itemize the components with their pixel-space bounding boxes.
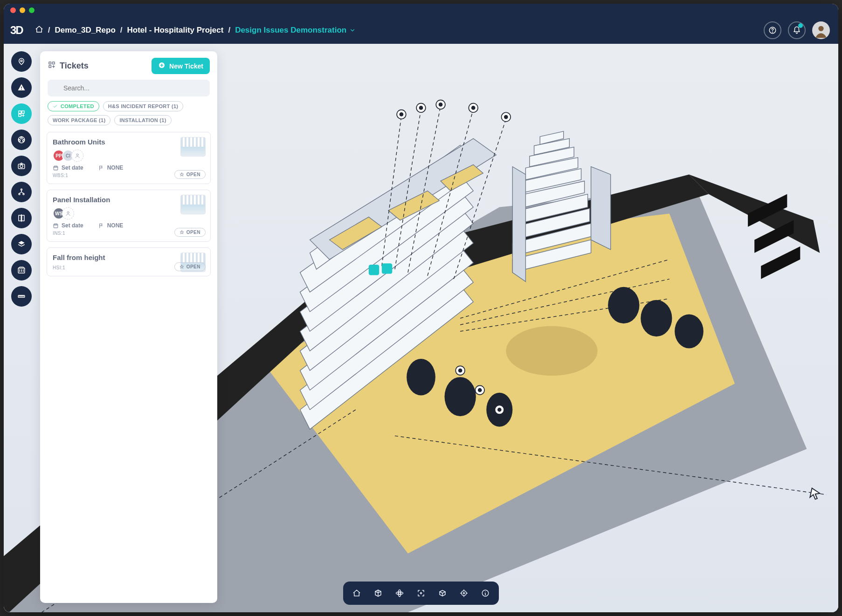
filter-chip[interactable]: INSTALLATION (1) [114, 115, 171, 125]
soccer-icon[interactable] [11, 130, 32, 150]
svg-point-68 [498, 408, 501, 411]
svg-rect-75 [22, 111, 24, 113]
section-icon[interactable] [438, 589, 447, 597]
svg-marker-36 [512, 167, 525, 282]
svg-point-54 [400, 113, 403, 116]
svg-point-62 [504, 116, 508, 119]
ticket-date[interactable]: Set date [53, 222, 83, 229]
info-icon[interactable] [481, 589, 490, 597]
window-titlebar [4, 4, 838, 17]
user-avatar[interactable] [812, 21, 830, 39]
orbit-icon[interactable] [395, 589, 404, 597]
filter-chip-label: H&S INCIDENT REPORT (1) [108, 103, 179, 109]
svg-point-60 [472, 106, 475, 110]
add-assignee-icon[interactable] [71, 150, 83, 162]
issues-icon[interactable] [11, 77, 32, 98]
svg-point-96 [399, 592, 401, 595]
sequences-icon[interactable] [11, 260, 32, 281]
tickets-panel: Tickets New Ticket COMPLETEDH&S INC [40, 51, 217, 603]
ticket-priority[interactable]: NONE [98, 164, 124, 171]
svg-rect-74 [19, 111, 21, 113]
svg-point-40 [608, 287, 639, 324]
breadcrumb: / Demo_3D_Repo / Hotel - Hospitality Pro… [35, 25, 356, 36]
filter-chip[interactable]: COMPLETED [48, 101, 99, 111]
panel-title-label: Tickets [60, 61, 89, 71]
new-ticket-button[interactable]: New Ticket [152, 58, 210, 74]
svg-point-41 [641, 300, 672, 337]
home-icon[interactable] [35, 25, 43, 36]
bottom-toolbar [343, 582, 499, 605]
breadcrumb-item[interactable]: Demo_3D_Repo [55, 26, 115, 35]
plus-circle-icon [158, 62, 166, 70]
svg-rect-93 [54, 166, 58, 170]
svg-rect-73 [21, 89, 22, 90]
breadcrumb-item[interactable]: Hotel - Hospitality Project [127, 26, 224, 35]
help-button[interactable] [764, 21, 781, 39]
filter-chip[interactable]: H&S INCIDENT REPORT (1) [103, 101, 184, 111]
svg-point-94 [67, 212, 69, 213]
panel-title: Tickets [48, 61, 89, 71]
svg-point-71 [21, 60, 22, 62]
ticket-date[interactable]: Set date [53, 164, 83, 171]
svg-rect-87 [49, 62, 51, 64]
svg-point-92 [76, 154, 78, 156]
app-window: 3D / Demo_3D_Repo / Hotel - Hospitality … [4, 4, 838, 612]
cube-icon[interactable] [374, 589, 382, 597]
window-zoom-button[interactable] [29, 7, 35, 13]
tree-icon[interactable] [11, 182, 32, 202]
svg-point-79 [20, 165, 23, 168]
measure-icon[interactable] [11, 286, 32, 307]
svg-point-58 [439, 103, 442, 106]
markers-icon[interactable] [11, 51, 32, 72]
breadcrumb-separator: / [48, 26, 50, 35]
home-icon[interactable] [352, 589, 361, 597]
svg-point-99 [463, 593, 465, 594]
ticket-priority[interactable]: NONE [98, 222, 124, 229]
compare-icon[interactable] [11, 208, 32, 228]
notifications-button[interactable] [788, 21, 806, 39]
filter-chip[interactable]: WORK PACKAGE (1) [48, 115, 110, 125]
camera-icon[interactable] [11, 156, 32, 176]
svg-marker-11 [761, 246, 800, 279]
svg-rect-88 [53, 62, 55, 64]
ticket-card[interactable]: Fall from heightHSI:1OPEN [47, 247, 211, 276]
breadcrumb-active-item[interactable]: Design Issues Demonstration [235, 26, 356, 35]
svg-point-1 [773, 32, 773, 32]
svg-point-97 [421, 593, 422, 594]
ticket-card[interactable]: Panel InstallationWSSet dateNONEINS:1OPE… [47, 190, 211, 242]
filter-chip-label: COMPLETED [61, 103, 94, 109]
svg-point-37 [407, 359, 435, 396]
ticket-status-pill[interactable]: OPEN [174, 262, 206, 271]
ticket-thumbnail [180, 137, 206, 157]
svg-rect-84 [22, 215, 24, 221]
svg-point-38 [444, 377, 476, 416]
breadcrumb-separator: / [120, 26, 123, 35]
breadcrumb-separator: / [228, 26, 230, 35]
topbar: 3D / Demo_3D_Repo / Hotel - Hospitality … [4, 17, 838, 44]
app-logo[interactable]: 3D [10, 24, 23, 37]
ticket-status-pill[interactable]: OPEN [174, 170, 206, 179]
tickets-icon[interactable] [11, 103, 32, 124]
target-icon[interactable] [460, 589, 468, 597]
ticket-thumbnail [180, 195, 206, 214]
svg-point-77 [18, 137, 25, 143]
panel-header: Tickets New Ticket [40, 51, 217, 80]
svg-point-2 [818, 26, 823, 31]
search-input[interactable] [48, 80, 210, 96]
filter-chip-label: INSTALLATION (1) [119, 117, 166, 123]
window-close-button[interactable] [10, 7, 16, 13]
focus-icon[interactable] [417, 589, 425, 597]
main-area: Tickets New Ticket COMPLETEDH&S INC [4, 44, 838, 612]
filter-chip-label: WORK PACKAGE (1) [53, 117, 105, 123]
ticket-list: Bathroom UnitsPPCISet dateNONEWBS:1OPENP… [40, 127, 217, 287]
ticket-card[interactable]: Bathroom UnitsPPCISet dateNONEWBS:1OPEN [47, 132, 211, 184]
svg-rect-70 [382, 263, 392, 274]
ticket-status-pill[interactable]: OPEN [174, 228, 206, 237]
window-minimize-button[interactable] [20, 7, 25, 13]
svg-point-98 [462, 591, 467, 596]
svg-rect-69 [369, 265, 379, 275]
layers-icon[interactable] [11, 234, 32, 254]
svg-rect-76 [19, 114, 21, 116]
add-assignee-icon[interactable] [62, 207, 74, 219]
svg-marker-35 [591, 167, 611, 250]
